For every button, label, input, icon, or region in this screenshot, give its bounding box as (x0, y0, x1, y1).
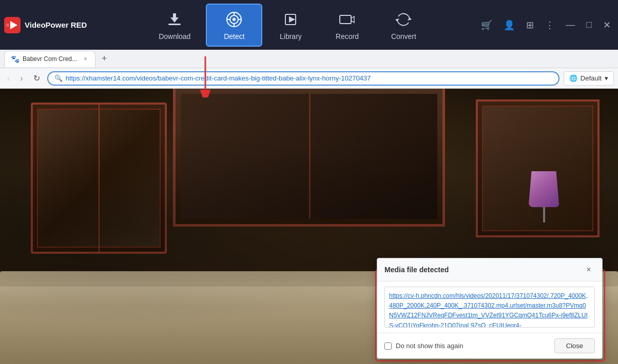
nav-btn-download[interactable]: Download (143, 5, 206, 46)
app-logo: VideoPower RED (4, 17, 87, 33)
lamp-base (543, 207, 545, 223)
maximize-button[interactable]: □ (583, 17, 595, 32)
svg-rect-3 (168, 24, 181, 25)
tabbar: 🐾 Babevr Com Cred... × + (0, 50, 618, 68)
record-icon (337, 10, 357, 29)
popup-close-button[interactable]: × (583, 264, 595, 276)
back-button[interactable]: ‹ (4, 72, 13, 85)
nav-btn-record[interactable]: Record (319, 5, 375, 46)
nav-btn-detect[interactable]: Detect (206, 4, 262, 47)
window-center (173, 89, 445, 227)
search-icon: 🔍 (54, 74, 63, 82)
browser-tab[interactable]: 🐾 Babevr Com Cred... × (4, 51, 95, 67)
record-label: Record (336, 32, 359, 41)
library-label: Library (280, 32, 302, 41)
svg-point-11 (233, 18, 236, 21)
nav-btn-convert[interactable]: Convert (375, 5, 432, 46)
do-not-show-checkbox-label[interactable]: Do not show this again (384, 342, 464, 350)
new-tab-button[interactable]: + (99, 53, 110, 64)
tab-title: Babevr Com Cred... (23, 55, 77, 63)
media-url-box[interactable]: https://cv-h.phncdn.com/hls/videos/20201… (384, 287, 595, 328)
popup-body: https://cv-h.phncdn.com/hls/videos/20201… (377, 281, 602, 333)
lamp (519, 171, 568, 240)
popup-close-btn[interactable]: Close (554, 338, 595, 353)
checkbox-label-text: Do not show this again (396, 342, 464, 350)
addressbar: ‹ › ↻ 🔍 🌐 Default ▾ (0, 68, 618, 89)
convert-icon (394, 10, 413, 29)
chevron-down-icon: ▾ (605, 74, 608, 82)
titlebar-controls: 🛒 👤 ⊞ ⋮ — □ ✕ (478, 17, 614, 33)
popup-footer: Do not show this again Close (377, 333, 602, 358)
globe-icon: 🌐 (569, 74, 577, 82)
window-left (31, 103, 167, 254)
svg-marker-17 (395, 18, 399, 22)
lamp-shade (529, 171, 559, 207)
svg-marker-16 (408, 17, 412, 21)
library-icon (281, 10, 300, 29)
nav-btn-library[interactable]: Library (262, 5, 319, 46)
tab-favicon: 🐾 (11, 55, 20, 63)
nav-buttons: Download Detect Library (97, 4, 478, 47)
user-icon[interactable]: 👤 (500, 17, 518, 33)
titlebar: VideoPower RED Download (0, 0, 618, 50)
grid-icon[interactable]: ⊞ (523, 17, 537, 33)
detect-icon (224, 10, 244, 29)
media-detection-popup: Media file detected × https://cv-h.phncd… (377, 258, 603, 359)
language-label: Default (581, 74, 602, 82)
tab-close-button[interactable]: × (82, 55, 89, 63)
download-label: Download (159, 32, 190, 41)
popup-header: Media file detected × (377, 258, 602, 281)
media-url-text[interactable]: https://cv-h.phncdn.com/hls/videos/20201… (389, 291, 590, 328)
svg-point-2 (6, 24, 9, 27)
app-logo-icon (4, 17, 21, 33)
app-title: VideoPower RED (25, 21, 87, 29)
popup-title: Media file detected (384, 266, 449, 274)
forward-button[interactable]: › (17, 72, 26, 85)
do-not-show-checkbox[interactable] (384, 342, 392, 350)
window-close-button[interactable]: ✕ (600, 17, 614, 33)
refresh-button[interactable]: ↻ (30, 71, 43, 85)
svg-marker-13 (289, 16, 295, 23)
svg-rect-14 (340, 15, 351, 24)
convert-label: Convert (391, 32, 416, 41)
svg-marker-4 (170, 13, 179, 23)
window-center-inner (181, 94, 437, 219)
detect-label: Detect (224, 32, 244, 41)
minimize-button[interactable]: — (563, 17, 578, 32)
url-bar[interactable]: 🔍 (47, 71, 559, 86)
main-content: Media file detected × https://cv-h.phncd… (0, 89, 618, 364)
language-selector[interactable]: 🌐 Default ▾ (564, 71, 614, 86)
download-icon (165, 10, 184, 29)
url-input[interactable] (66, 74, 552, 82)
cart-icon[interactable]: 🛒 (478, 17, 495, 33)
more-icon[interactable]: ⋮ (542, 17, 557, 33)
